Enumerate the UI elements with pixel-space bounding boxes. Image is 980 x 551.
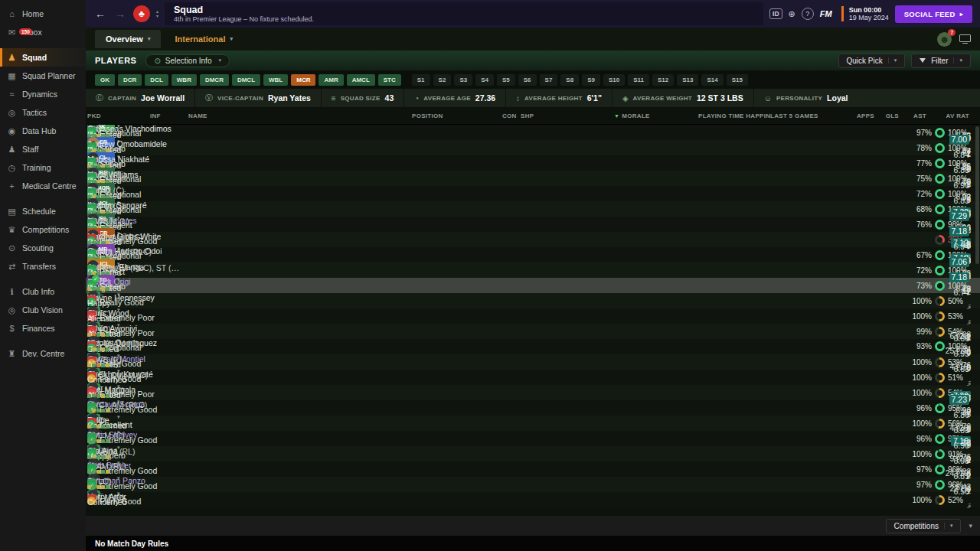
sidebar-item-inbox[interactable]: ✉150Inbox [0,23,86,41]
sidebar-item-label: Staff [22,145,38,154]
sidebar-item-data-hub[interactable]: ◉Data Hub [0,122,86,140]
position-filter-dmcl[interactable]: DMCL [232,74,260,86]
row-select-circle[interactable] [92,275,100,282]
slot-filter-s9[interactable]: S9 [582,74,600,86]
chevron-down-icon: ▾ [230,36,233,42]
scrollbar[interactable] [975,126,979,264]
sidebar-group-gap [0,337,86,344]
column-header-position[interactable]: POSITION [412,112,502,119]
tab-overview[interactable]: Overview ▾ [95,30,161,48]
slot-filter-s12[interactable]: S12 [652,74,674,86]
club-switcher[interactable]: ▴▾ [156,9,158,18]
competitions-label: Competitions [894,522,939,530]
slot-filter-s3[interactable]: S3 [454,74,472,86]
sidebar-item-transfers[interactable]: ⇄Transfers [0,257,86,276]
tactics-icon: ◎ [7,108,17,118]
sidebar-item-club-vision[interactable]: ◎Club Vision [0,301,86,319]
filter-button[interactable]: Filter ▾ [911,54,971,68]
average-height-summary: ↕ AVERAGE HEIGHT 6'1" [505,89,612,107]
slot-filter-s5[interactable]: S5 [497,74,515,86]
devices-icon[interactable] [959,34,971,44]
club-crest-icon[interactable]: ♣ [133,5,150,22]
sidebar-item-label: Squad Planner [22,71,75,80]
social-feed-arrow-icon: ▸ [960,11,963,18]
help-icon[interactable]: ? [802,8,814,20]
position-filter-mcr[interactable]: MCR [291,74,315,86]
dev-centre-icon: ♜ [7,349,17,359]
manager-avatar[interactable]: ☻7 [937,32,952,47]
position-filter-gk[interactable]: GK [95,74,115,86]
column-header-shp[interactable]: SHP [521,112,541,119]
chevron-down-icon: ▾ [953,57,962,64]
position-filter-dcr[interactable]: DCR [118,74,142,86]
slot-filter-s7[interactable]: S7 [540,74,558,86]
personality-label: PERSONALITY [776,95,822,102]
sidebar-item-dynamics[interactable]: ≈Dynamics [0,85,86,103]
column-header-apps[interactable]: APPS [844,112,879,119]
sidebar-item-finances[interactable]: $Finances [0,319,86,337]
column-header-morale[interactable]: ▼MORALE [614,112,698,119]
captain-value[interactable]: Joe Worrall [141,93,185,103]
selection-info-dropdown[interactable]: ⊙ Selection Info ▾ [145,54,230,67]
column-header-ast[interactable]: AST [903,112,931,119]
sidebar-item-training[interactable]: ◷Training [0,158,86,177]
slot-filter-s8[interactable]: S8 [560,74,579,86]
id-button[interactable]: ID [769,8,782,19]
slot-filter-s2[interactable]: S2 [433,74,452,86]
sidebar-item-squad-planner[interactable]: ▦Squad Planner [0,67,86,85]
social-feed-button[interactable]: SOCIAL FEED ▸ [895,5,972,23]
slot-filter-s13[interactable]: S13 [677,74,698,86]
slot-filter-s1[interactable]: S1 [412,74,430,86]
column-header-last5[interactable]: LAST 5 GAMES [770,112,844,119]
position-filter-wbr[interactable]: WBR [172,74,197,86]
column-header-happiness[interactable]: PLAYING TIME HAPPINESS [698,112,770,119]
fm-logo[interactable]: FM [820,9,832,18]
column-header-avrat[interactable]: AV RAT [931,112,975,119]
sidebar-item-squad[interactable]: ♟Squad [0,48,86,67]
column-header-inf[interactable]: INF [150,112,170,119]
game-date[interactable]: Sun 00:00 19 May 2024 [841,6,889,21]
bottom-strip: No Match Day Rules [86,536,980,551]
sidebar-group-gap [0,41,86,48]
competitions-dropdown[interactable]: Competitions ▾ [886,519,962,533]
player-row[interactable]: –▾Lst☻Harry ArterDM, M (C)♥▼100%52%−Fair… [86,492,980,507]
sidebar-item-club-info[interactable]: ℹClub Info [0,282,86,301]
quick-pick-button[interactable]: Quick Pick ▾ [838,54,906,68]
column-header-gls[interactable]: GLS [879,112,903,119]
slot-filter-s4[interactable]: S4 [475,74,494,86]
sidebar-item-staff[interactable]: ♟Staff [0,140,86,158]
average-age-label: AVERAGE AGE [423,95,471,102]
slot-filter-s11[interactable]: S11 [628,74,649,86]
sidebar-item-scouting[interactable]: ⊙Scouting [0,239,86,257]
sidebar-item-home[interactable]: ⌂Home [0,5,86,23]
sidebar-item-competitions[interactable]: ♛Competitions [0,220,86,239]
position-filter-amcl[interactable]: AMCL [347,74,375,86]
slot-filter-s10[interactable]: S10 [603,74,625,86]
position-filter-dcl[interactable]: DCL [145,74,168,86]
schedule-icon: ▤ [7,207,17,217]
players-label: PLAYERS [95,56,136,65]
tab-international[interactable]: International ▾ [164,30,243,48]
average-weight-summary: ◈ AVERAGE WEIGHT 12 ST 3 LBS [612,89,753,107]
squad-table-body: GK▾☻Odysseas VlachodimosGK♥▲97%100%✓Exce… [86,125,980,516]
column-header-name[interactable]: NAME [188,112,412,119]
position-filter-wbl[interactable]: WBL [263,74,288,86]
slot-filter-s6[interactable]: S6 [518,74,537,86]
column-header-con[interactable]: CON [502,112,521,119]
vice-captain-value[interactable]: Ryan Yates [268,93,311,103]
collapse-panel-icon[interactable]: ▾ [969,522,972,530]
globe-icon[interactable]: ⊕ [789,9,795,19]
column-header-pkd[interactable]: PKD [87,112,106,119]
position-filter-amr[interactable]: AMR [318,74,343,86]
sidebar-item-schedule[interactable]: ▤Schedule [0,202,86,220]
slot-filter-s14[interactable]: S14 [701,74,723,86]
sidebar-item-medical-centre[interactable]: +Medical Centre [0,177,86,195]
forward-button[interactable]: → [113,8,127,20]
position-filter-dmcr[interactable]: DMCR [200,74,229,86]
slot-filter-s15[interactable]: S15 [727,74,748,86]
sidebar-item-dev-centre[interactable]: ♜Dev. Centre [0,344,86,363]
tab-international-label: International [175,34,225,44]
sidebar-item-tactics[interactable]: ◎Tactics [0,103,86,122]
back-button[interactable]: ← [93,8,107,20]
position-filter-stc[interactable]: STC [378,74,401,86]
